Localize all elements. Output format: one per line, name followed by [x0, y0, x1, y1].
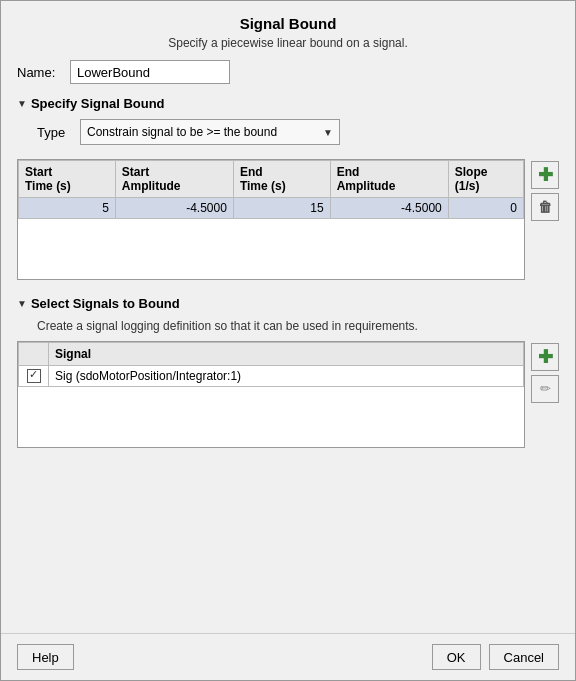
- section2-label: Select Signals to Bound: [31, 296, 180, 311]
- select-signals-section: ▼ Select Signals to Bound Create a signa…: [17, 296, 559, 448]
- help-button[interactable]: Help: [17, 644, 74, 670]
- type-label: Type: [37, 125, 72, 140]
- delete-icon: 🗑: [538, 199, 552, 215]
- cancel-button[interactable]: Cancel: [489, 644, 559, 670]
- signal-check-cell[interactable]: [19, 365, 49, 387]
- dropdown-arrow-icon: ▼: [323, 127, 333, 138]
- add-signal-icon: ✚: [538, 346, 553, 368]
- add-signal-button[interactable]: ✚: [531, 343, 559, 371]
- section1-arrow-icon: ▼: [17, 98, 27, 109]
- type-select-value: Constrain signal to be >= the bound: [87, 125, 323, 139]
- signal-table: Signal Sig (sdoMotorPosition/Integrator:…: [17, 341, 525, 448]
- table-buttons: ✚ 🗑: [531, 159, 559, 221]
- name-input[interactable]: [70, 60, 230, 84]
- signal-name-cell: Sig (sdoMotorPosition/Integrator:1): [49, 365, 524, 387]
- name-label: Name:: [17, 65, 62, 80]
- col-start-amplitude: StartAmplitude: [115, 161, 233, 198]
- type-row: Type Constrain signal to be >= the bound…: [37, 119, 559, 145]
- col-end-time: EndTime (s): [233, 161, 330, 198]
- table-row[interactable]: 5 -4.5000 15 -4.5000 0: [19, 198, 524, 219]
- delete-bound-row-button[interactable]: 🗑: [531, 193, 559, 221]
- cell-end-amplitude: -4.5000: [330, 198, 448, 219]
- ok-button[interactable]: OK: [432, 644, 481, 670]
- add-icon: ✚: [538, 164, 553, 186]
- signal-table-wrap: Signal Sig (sdoMotorPosition/Integrator:…: [17, 341, 559, 448]
- footer-right: OK Cancel: [432, 644, 559, 670]
- col-slope: Slope(1/s): [448, 161, 523, 198]
- dialog-footer: Help OK Cancel: [1, 633, 575, 680]
- col-signal: Signal: [49, 342, 524, 365]
- section2-arrow-icon: ▼: [17, 298, 27, 309]
- dialog-title: Signal Bound: [1, 1, 575, 36]
- cell-start-amplitude: -4.5000: [115, 198, 233, 219]
- cell-end-time: 15: [233, 198, 330, 219]
- signal-buttons: ✚ ✏: [531, 341, 559, 403]
- specify-signal-bound-header[interactable]: ▼ Specify Signal Bound: [17, 96, 559, 111]
- signal-bound-dialog: Signal Bound Specify a piecewise linear …: [0, 0, 576, 681]
- checkbox-icon[interactable]: [27, 369, 41, 383]
- signal-desc: Create a signal logging definition so th…: [37, 319, 559, 333]
- bound-table-section: StartTime (s) StartAmplitude EndTime (s)…: [17, 159, 559, 280]
- add-bound-row-button[interactable]: ✚: [531, 161, 559, 189]
- signal-row[interactable]: Sig (sdoMotorPosition/Integrator:1): [19, 365, 524, 387]
- type-dropdown[interactable]: Constrain signal to be >= the bound ▼: [80, 119, 340, 145]
- bound-table: StartTime (s) StartAmplitude EndTime (s)…: [17, 159, 525, 280]
- section1-label: Specify Signal Bound: [31, 96, 165, 111]
- col-end-amplitude: EndAmplitude: [330, 161, 448, 198]
- dialog-subtitle: Specify a piecewise linear bound on a si…: [1, 36, 575, 50]
- footer-left: Help: [17, 644, 74, 670]
- edit-signal-button[interactable]: ✏: [531, 375, 559, 403]
- cell-start-time: 5: [19, 198, 116, 219]
- col-check: [19, 342, 49, 365]
- col-start-time: StartTime (s): [19, 161, 116, 198]
- cell-slope: 0: [448, 198, 523, 219]
- name-row: Name:: [17, 60, 559, 84]
- select-signals-header[interactable]: ▼ Select Signals to Bound: [17, 296, 559, 311]
- edit-signal-icon: ✏: [540, 381, 551, 396]
